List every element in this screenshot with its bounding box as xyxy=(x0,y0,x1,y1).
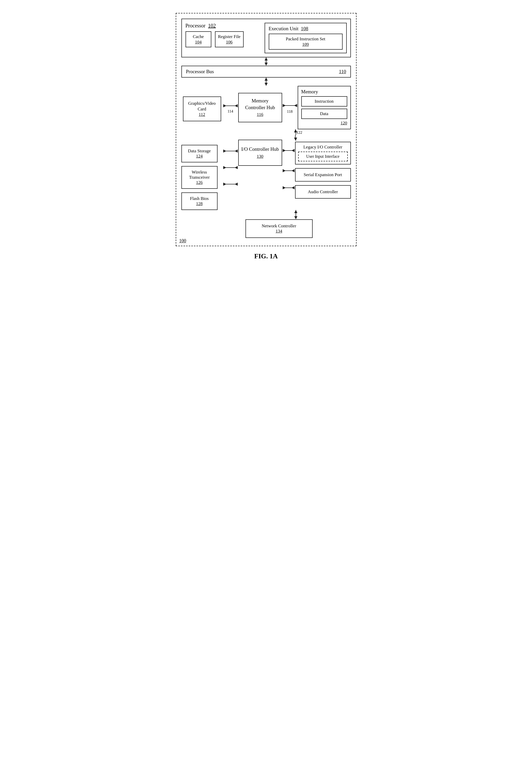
middle-row: Graphics/Video Card 112 114 Memory Contr… xyxy=(182,86,351,129)
arrow-down-svg xyxy=(262,57,270,66)
arrow-mch-to-ioc: 122 xyxy=(241,129,351,141)
execution-unit-box: Execution Unit 108 Packed Instruction Se… xyxy=(265,23,347,53)
arrow-graphics-mch: 114 xyxy=(223,102,238,113)
data-storage-box: Data Storage 124 xyxy=(182,145,217,163)
memory-ref: 120 xyxy=(341,121,347,125)
wireless-box: Wireless Transceiver 126 xyxy=(182,166,217,189)
svg-marker-21 xyxy=(223,183,226,186)
arrow-ds-ioc xyxy=(223,146,238,156)
execution-unit-title: Execution Unit 108 xyxy=(269,26,343,32)
flash-bios-box: Flash Bios 128 xyxy=(182,193,217,210)
ioc-left-col: Data Storage 124 Wireless Transceiver 12… xyxy=(182,140,223,210)
arrow-fb-ioc xyxy=(223,179,238,189)
page: Processor 102 Cache 104 Register File 10… xyxy=(165,5,367,271)
data-storage-ref: 124 xyxy=(184,154,215,159)
svg-marker-15 xyxy=(223,149,226,153)
graphics-box: Graphics/Video Card 112 xyxy=(183,97,221,121)
arrow-down-svg3 xyxy=(292,210,300,219)
register-file-ref: 106 xyxy=(218,40,240,45)
network-controller-box: Network Controller 134 xyxy=(245,219,313,238)
arrow-h-svg2 xyxy=(282,102,298,109)
graphics-col: Graphics/Video Card 112 xyxy=(182,94,223,121)
svg-marker-30 xyxy=(283,186,286,189)
svg-marker-1 xyxy=(265,63,268,66)
flash-bios-ref: 128 xyxy=(184,201,215,206)
wireless-label: Wireless Transceiver xyxy=(184,170,215,180)
flash-bios-label: Flash Bios xyxy=(184,196,215,201)
memory-inner: Instruction Data xyxy=(301,96,347,119)
cache-ref: 104 xyxy=(189,40,208,45)
svg-marker-18 xyxy=(223,166,226,169)
cache-label: Cache xyxy=(189,34,208,40)
arrow-bus-to-mch xyxy=(182,77,351,86)
serial-expansion-label: Serial Expansion Port xyxy=(304,172,342,177)
processor-ref: 102 xyxy=(208,23,216,28)
ioc-center-col: I/O Controller Hub 130 xyxy=(238,140,282,166)
graphics-ref: 112 xyxy=(185,112,219,117)
arrow-ioc-to-network xyxy=(241,210,351,219)
arrow-ioc-serial xyxy=(282,166,295,175)
processor-title: Processor 102 xyxy=(185,23,259,29)
bus-118-label: 118 xyxy=(287,109,293,114)
arrow-h-svg xyxy=(223,102,238,110)
arrow-mch-memory: 118 xyxy=(282,102,298,114)
flash-bios-row: Flash Bios 128 xyxy=(182,193,223,210)
wireless-row: Wireless Transceiver 126 xyxy=(182,166,223,189)
svg-marker-10 xyxy=(283,104,286,107)
execution-unit-ref: 108 xyxy=(301,26,309,31)
ioc-row: Data Storage 124 Wireless Transceiver 12… xyxy=(182,140,351,210)
processor-bus-box: Processor Bus 110 xyxy=(182,66,351,77)
audio-controller-label: Audio Controller xyxy=(308,189,338,194)
ioc-box: I/O Controller Hub 130 xyxy=(238,140,282,166)
graphics-label: Graphics/Video Card xyxy=(185,101,219,112)
arrow-ioc-legacy xyxy=(282,146,295,155)
mch-box: Memory Controller Hub 116 xyxy=(238,93,282,122)
arrow-ioc-audio xyxy=(282,183,295,193)
svg-marker-22 xyxy=(235,183,238,186)
network-controller-label: Network Controller xyxy=(249,224,310,228)
processor-outer-box: Processor 102 Cache 104 Register File 10… xyxy=(182,18,351,57)
user-input-label: User Input Interface xyxy=(306,154,340,159)
mch-col: Memory Controller Hub 116 xyxy=(238,93,282,122)
fig-label: FIG. 1A xyxy=(176,253,356,260)
processor-bus-ref: 110 xyxy=(339,69,346,75)
memory-col: Memory Instruction Data 120 xyxy=(298,86,351,129)
svg-marker-24 xyxy=(283,149,286,152)
bus-122-label: 122 xyxy=(296,130,302,135)
packed-instruction-label: Packed Instruction Set xyxy=(272,36,340,42)
wireless-ref: 126 xyxy=(184,180,215,185)
svg-marker-27 xyxy=(283,169,286,172)
left-arrows-col xyxy=(223,140,238,189)
register-file-box: Register File 106 xyxy=(215,31,244,47)
legacy-io-box: Legacy I/O Controller User Input Interfa… xyxy=(295,142,351,165)
outer-border: Processor 102 Cache 104 Register File 10… xyxy=(176,13,356,246)
register-file-label: Register File xyxy=(218,34,240,40)
network-controller-ref: 134 xyxy=(249,228,310,234)
svg-marker-11 xyxy=(294,104,297,107)
data-box: Data xyxy=(301,108,347,119)
svg-marker-16 xyxy=(235,149,238,153)
processor-bus-label: Processor Bus xyxy=(186,69,214,75)
svg-marker-19 xyxy=(235,166,238,169)
audio-controller-box: Audio Controller xyxy=(295,185,351,198)
svg-marker-31 xyxy=(292,186,294,189)
ioc-ref: 130 xyxy=(241,154,279,160)
memory-title: Memory xyxy=(301,89,347,95)
memory-outer-box: Memory Instruction Data 120 xyxy=(298,86,351,129)
legacy-io-title: Legacy I/O Controller xyxy=(298,144,348,150)
svg-marker-5 xyxy=(265,77,268,81)
right-arrows-col xyxy=(282,140,295,193)
mch-label: Memory Controller Hub xyxy=(241,98,279,111)
mch-ref: 116 xyxy=(241,112,279,118)
instruction-box: Instruction xyxy=(301,96,347,106)
svg-marker-28 xyxy=(292,169,294,172)
svg-marker-33 xyxy=(294,216,297,219)
network-controller-row: Network Controller 134 xyxy=(207,219,351,238)
instruction-label: Instruction xyxy=(315,99,334,104)
data-storage-row: Data Storage 124 xyxy=(182,145,223,163)
outer-label: 100 xyxy=(179,238,186,244)
packed-instruction-ref: 109 xyxy=(272,42,340,47)
data-label: Data xyxy=(320,111,328,116)
serial-expansion-box: Serial Expansion Port xyxy=(295,168,351,182)
svg-marker-8 xyxy=(235,104,238,107)
